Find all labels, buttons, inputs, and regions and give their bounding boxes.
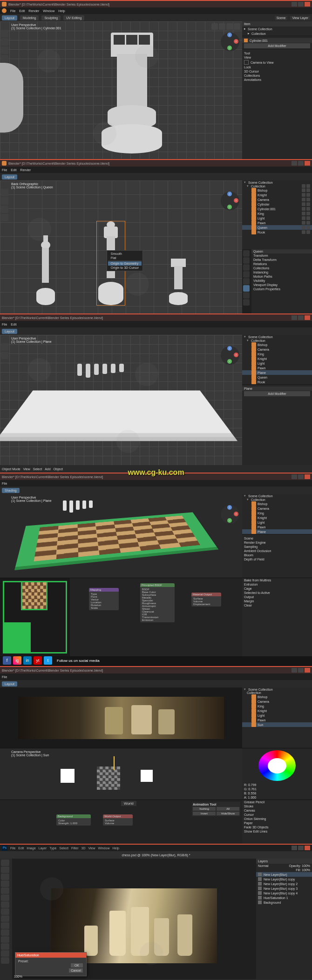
3d-viewport-top[interactable]: Camera Perspective (1) Scene Collection … — [0, 748, 242, 800]
nav-gizmo[interactable]: XYZ — [221, 505, 239, 524]
outliner-row[interactable]: Queen — [242, 225, 312, 230]
menu-select[interactable]: Select — [60, 847, 68, 850]
eye-icon[interactable] — [258, 900, 262, 904]
outliner-row[interactable]: Camera — [242, 506, 312, 511]
grease-section[interactable]: Show Edit Lines — [242, 829, 312, 833]
outliner-row[interactable]: Camera — [242, 347, 312, 352]
outliner-row[interactable]: ▸Collection — [242, 31, 312, 36]
props-section[interactable]: Viewport Display — [251, 283, 312, 287]
sidebar-tab-tool[interactable]: Tool — [242, 51, 312, 55]
layer-row[interactable]: New Layer(Blur) copy 3 — [256, 886, 312, 891]
outliner-row[interactable]: Pawn — [242, 220, 312, 225]
grease-section[interactable]: Onion Skinning — [242, 817, 312, 821]
menu-file[interactable]: File — [10, 9, 15, 13]
menu-file[interactable]: File — [10, 847, 15, 850]
nav-gizmo[interactable]: XYZ — [221, 192, 239, 210]
props-section[interactable]: Output — [242, 595, 312, 599]
close-button[interactable] — [305, 315, 310, 320]
outliner-row[interactable]: King — [242, 211, 312, 216]
color-value[interactable]: R: 0.799 — [242, 783, 312, 787]
outliner-row[interactable]: Light — [242, 361, 312, 366]
max-button[interactable] — [298, 668, 304, 673]
tab-sculpting[interactable]: Sculpting — [41, 15, 61, 20]
min-button[interactable] — [292, 846, 297, 850]
menu-edit[interactable]: Edit — [18, 847, 24, 850]
crop-tool-icon[interactable] — [1, 887, 9, 894]
menu-file[interactable]: File — [2, 323, 7, 326]
outliner-row[interactable]: ▾Scene Collection — [242, 687, 312, 691]
menu-file[interactable]: File — [2, 675, 7, 679]
world-tab-icon[interactable] — [243, 278, 250, 285]
menu-edit[interactable]: Edit — [11, 168, 16, 172]
background-node[interactable]: Background Color Strength: 1.000 — [56, 814, 91, 826]
layer-row[interactable]: Background — [256, 900, 312, 905]
cursor-tool-icon[interactable] — [1, 352, 8, 359]
move-tool-icon[interactable] — [1, 47, 8, 54]
wand-tool-icon[interactable] — [1, 880, 9, 887]
outliner-row[interactable]: Pawn — [242, 366, 312, 370]
uv-editor[interactable] — [0, 578, 70, 656]
stamp-tool-icon[interactable] — [1, 908, 9, 915]
eye-icon[interactable] — [258, 877, 262, 881]
lasso-tool-icon[interactable] — [1, 873, 9, 880]
layer-row[interactable]: New Layer(Blur) copy 2 — [256, 881, 312, 886]
anim-btn[interactable]: Invert — [193, 812, 216, 815]
world-dropdown[interactable]: World — [121, 801, 136, 806]
outliner-row[interactable]: King — [242, 511, 312, 515]
principled-bsdf-node[interactable]: Principled BSDF BSDF Base Color Subsurfa… — [140, 583, 175, 623]
3d-viewport[interactable]: User Perspective (1) Scene Collection | … — [0, 494, 242, 578]
marquee-tool-icon[interactable] — [1, 867, 9, 873]
anim-btn[interactable]: All — [217, 807, 239, 811]
grease-section[interactable]: Stroke — [242, 804, 312, 808]
modifier-tab-icon[interactable] — [243, 292, 250, 299]
props-section[interactable]: Depth of Field — [242, 557, 312, 561]
outliner-row[interactable]: ▾Collection — [242, 339, 312, 342]
menu-window[interactable]: Window — [43, 9, 54, 13]
menu-select[interactable]: Select — [33, 467, 42, 471]
props-section[interactable]: Relations — [251, 262, 312, 266]
nav-gizmo[interactable]: XYZ — [221, 346, 239, 365]
max-button[interactable] — [298, 161, 304, 166]
zoom-tool-icon[interactable] — [1, 957, 9, 964]
3d-viewport[interactable]: User Perspective (1) Scene Collection | … — [0, 335, 242, 467]
menu-render[interactable]: Render — [28, 9, 39, 13]
gradient-tool-icon[interactable] — [1, 922, 9, 929]
props-section[interactable]: Cage — [242, 587, 312, 591]
rotate-tool-icon[interactable] — [1, 55, 8, 62]
rotate-tool-icon[interactable] — [1, 214, 8, 221]
props-section[interactable]: Collections — [251, 266, 312, 270]
outliner-row[interactable]: Bishop — [242, 501, 312, 506]
outliner-row[interactable]: Light — [242, 216, 312, 220]
eye-icon[interactable] — [258, 891, 262, 895]
color-value[interactable]: A: 1.000 — [242, 795, 312, 800]
props-section[interactable]: Motion Paths — [251, 274, 312, 279]
tab-layout[interactable]: Layout — [2, 329, 17, 334]
outliner-row[interactable]: Plane — [242, 370, 312, 375]
props-section[interactable]: Extrusion — [242, 582, 312, 587]
shading-solid-icon[interactable] — [219, 23, 225, 30]
menu-3d[interactable]: 3D — [81, 847, 86, 850]
context-origin-cursor[interactable]: Origin to 3D Cursor — [108, 266, 142, 270]
eye-icon[interactable] — [258, 896, 262, 900]
brush-tool-icon[interactable] — [1, 901, 9, 908]
anim-btn[interactable]: Nothing — [193, 807, 216, 811]
anim-btn[interactable]: Hide/Show — [217, 812, 239, 815]
eyedropper-tool-icon[interactable] — [1, 894, 9, 901]
menu-layer[interactable]: Layer — [39, 847, 47, 850]
min-button[interactable] — [292, 2, 297, 7]
eraser-tool-icon[interactable] — [1, 915, 9, 922]
outliner-row[interactable]: King — [242, 704, 312, 708]
menu-render[interactable]: Render — [20, 168, 31, 172]
outliner-row[interactable]: ▾Collection — [242, 498, 312, 501]
min-button[interactable] — [292, 161, 297, 166]
tab-layout[interactable]: Layout — [2, 15, 17, 20]
dialog-cancel[interactable]: Cancel — [69, 968, 83, 973]
outliner-row[interactable]: ▾Scene Collection — [242, 180, 312, 184]
menu-add[interactable]: Add — [45, 467, 50, 471]
menu-edit[interactable]: Edit — [19, 9, 25, 13]
props-section[interactable]: Scene — [242, 536, 312, 540]
shading-material-icon[interactable] — [226, 23, 233, 30]
props-section[interactable]: Clear — [242, 603, 312, 607]
props-section[interactable]: Ambient Occlusion — [242, 549, 312, 553]
outliner-row[interactable]: Rook — [242, 380, 312, 384]
